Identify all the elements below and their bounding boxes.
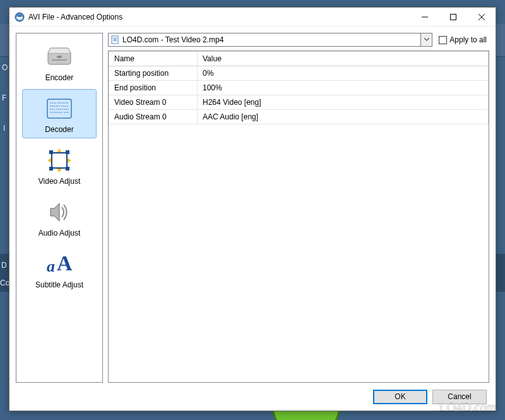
minimize-button[interactable] [410,8,439,26]
svg-marker-23 [57,148,62,152]
svg-rect-31 [113,39,117,40]
svg-rect-32 [113,40,117,41]
col-value[interactable]: Value [198,52,489,66]
table-header-row: Name Value [109,52,489,66]
decoder-icon [24,93,95,124]
svg-rect-19 [49,150,53,154]
close-button[interactable] [467,8,496,26]
sidebar-label: Subtitle Adjust [24,279,95,292]
svg-rect-21 [49,167,53,171]
svg-rect-18 [52,153,67,168]
svg-marker-26 [68,158,71,163]
subtitle-adjust-icon: aA [24,249,95,279]
audio-adjust-icon [24,197,95,227]
maximize-button[interactable] [439,8,467,26]
main-panel: LO4D.com - Test Video 2.mp4 Apply to all… [108,33,489,383]
sidebar-label: Decoder [24,124,95,136]
file-icon [109,35,121,44]
apply-to-all[interactable]: Apply to all [436,35,489,44]
svg-text:A: A [57,251,73,275]
sidebar-item-decoder[interactable]: Decoder [22,89,97,138]
sidebar-label: Audio Adjust [24,227,95,240]
sidebar: Encoder Decoder Video Adjust Audio Adjus… [16,33,103,383]
svg-text:a: a [47,257,55,275]
table-row[interactable]: Audio Stream 0AAC Audio [eng] [109,110,489,124]
svg-rect-2 [18,15,21,16]
ok-button[interactable]: OK [373,390,427,404]
dialog-footer: OK Cancel [9,383,496,411]
sidebar-label: Video Adjust [24,176,95,188]
svg-rect-30 [113,38,117,39]
svg-rect-8 [52,59,67,61]
dialog-window: AVI File - Advanced Options Encoder Deco… [9,7,496,411]
sidebar-item-audio-adjust[interactable]: Audio Adjust [22,193,97,242]
apply-to-all-label: Apply to all [449,35,487,44]
titlebar[interactable]: AVI File - Advanced Options [9,8,496,27]
svg-rect-20 [66,150,69,154]
file-selector-text: LO4D.com - Test Video 2.mp4 [121,35,420,44]
window-title: AVI File - Advanced Options [28,13,410,21]
svg-point-7 [57,56,62,58]
apply-to-all-checkbox[interactable] [439,36,447,44]
svg-rect-22 [66,167,69,171]
chevron-down-icon[interactable] [420,33,432,46]
svg-marker-24 [57,169,62,172]
file-selector[interactable]: LO4D.com - Test Video 2.mp4 [108,33,432,47]
encoder-icon [24,42,95,72]
video-adjust-icon [24,145,95,176]
col-name[interactable]: Name [109,52,198,66]
sidebar-label: Encoder [24,72,95,85]
svg-marker-25 [47,158,51,163]
sidebar-item-encoder[interactable]: Encoder [22,37,97,87]
table-row[interactable]: End position100% [109,81,489,95]
sidebar-item-video-adjust[interactable]: Video Adjust [22,141,97,190]
sidebar-item-subtitle-adjust[interactable]: aA Subtitle Adjust [22,244,97,294]
svg-rect-4 [450,14,456,20]
svg-rect-9 [47,99,71,118]
properties-table: Name Value Starting position0% End posit… [108,51,489,383]
table-row[interactable]: Video Stream 0H264 Video [eng] [109,95,489,110]
table-row[interactable]: Starting position0% [109,66,489,81]
watermark: LO4D.com [439,399,496,414]
app-icon [15,12,25,22]
